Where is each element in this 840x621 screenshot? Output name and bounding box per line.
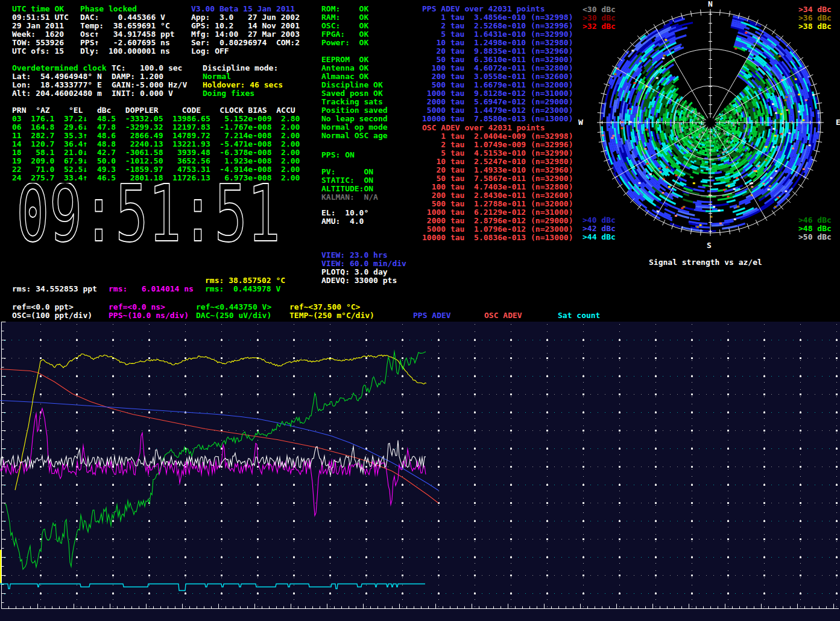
osc-adev-table-line: 1 tau 2.0404e-009 (n=32998) xyxy=(422,132,573,141)
system-status-line: Normal OSC age xyxy=(321,132,388,140)
osc-adev-table-line: 100 tau 4.7403e-011 (n=32800) xyxy=(422,183,573,191)
digital-clock-display: 09:51:51 xyxy=(15,183,283,245)
phase-status-line: Temp: 38.659691 °C xyxy=(80,22,175,30)
sat-table-line: 06 164.8 29.6↓ 47.8 -3299.32 12197.83 -1… xyxy=(12,123,300,132)
receiver-health-line: RAM: OK xyxy=(321,13,368,22)
osc-adev-table-line: 2 tau 1.0749e-009 (n=32996) xyxy=(422,141,573,149)
pps-adev-table-line: 2 tau 2.5268e-010 (n=32996) xyxy=(422,22,573,30)
ref-pps-line: PPS~(10.0 ns/div) xyxy=(109,311,189,320)
discipline-mode-line: Holdover: 46 secs xyxy=(203,81,283,89)
compass-w: W xyxy=(578,118,583,127)
view-settings-line: PLOTQ: 3.0 day xyxy=(321,268,406,276)
legend-osc-adev-line: OSC ADEV xyxy=(484,311,522,320)
rms-temp-line: rms: 38.857502 °C xyxy=(205,276,285,285)
phase-status-line: DAC: 0.445366 V xyxy=(80,13,175,22)
osc-adev-table-line: 10000 tau 5.0836e-013 (n=13000) xyxy=(422,234,573,242)
utc-status-line: UTC time OK xyxy=(12,5,69,13)
receiver-health-line: FPGA: OK xyxy=(321,30,368,39)
system-status-line: Position saved xyxy=(321,106,388,115)
position-info: Overdetermined clockLat: 54.4964948° NLo… xyxy=(12,64,107,98)
rms-dac: rms: 0.443978 V xyxy=(205,285,280,293)
pps-adev-table-line: 10000 tau 7.8580e-013 (n=13000) xyxy=(422,115,573,123)
system-status-line: Antenna OK xyxy=(321,64,388,72)
utc-status-line: 09:51:51 UTC xyxy=(12,13,69,22)
pps-adev-table-line: 10 tau 1.2498e-010 (n=32980) xyxy=(422,39,573,47)
utc-status: UTC time OK09:51:51 UTC29 Jan 2011Week: … xyxy=(12,5,69,56)
view-settings-line: VIEW: 60.0 min/div xyxy=(321,260,406,268)
osc-adev-table-line: 200 tau 2.8430e-011 (n=32600) xyxy=(422,191,573,200)
view-settings-line: ADEVQ: 33000 pts xyxy=(321,276,406,285)
ref-temp-line: ref~<37.500 °C> xyxy=(289,303,374,311)
pps-adev-table-line: 200 tau 3.0558e-011 (n=32600) xyxy=(422,72,573,81)
legend-pps-adev: PPS ADEV xyxy=(413,311,451,320)
ref-dac: ref~<0.443750 V>DAC~(250 uV/div) xyxy=(196,303,271,320)
digital-clock-text: 09:51:51 xyxy=(16,183,280,245)
sat-table-line: 03 176.1 37.2↓ 48.5 -3332.05 13986.65 5.… xyxy=(12,115,300,123)
el-amu-line: AMU: 4.0 xyxy=(321,217,368,226)
pps-adev-table-line: PPS ADEV over 42031 points xyxy=(422,5,573,13)
position-info-line: Overdetermined clock xyxy=(12,64,107,72)
mode-flags: PV: ONSTATIC: ONALTITUDE:ONKALMAN: N/A xyxy=(321,168,378,202)
legend-osc-adev: OSC ADEV xyxy=(484,311,522,320)
loop-params-line: TC: 100.0 sec xyxy=(112,64,187,72)
rms-pps-line: rms: 6.014014 ns xyxy=(109,285,194,293)
pps-adev-table-line: 5000 tau 1.4479e-012 (n=23000) xyxy=(422,106,573,115)
plot-history-chart[interactable] xyxy=(0,322,840,621)
pps-state: PPS: ON xyxy=(321,151,355,159)
loop-params-line: GAIN:-5.000 Hz/V xyxy=(112,81,187,89)
osc-adev-table-line: 50 tau 7.5867e-011 (n=32900) xyxy=(422,174,573,183)
view-settings-line: VIEW: 23.0 hrs xyxy=(321,251,406,260)
version-info: V3.00 Beta 15 Jan 2011App: 3.0 27 Jun 20… xyxy=(191,5,300,56)
utc-status-line: Week: 1620 xyxy=(12,30,69,39)
system-status: EEPROM OKAntenna OKAlmanac OKDiscipline … xyxy=(321,56,388,140)
system-status-line: No leap second xyxy=(321,115,388,123)
loop-params-line: DAMP: 1.200 xyxy=(112,72,187,81)
osc-adev-table-line: 2000 tau 2.8796e-012 (n=29000) xyxy=(422,217,573,225)
pps-adev-table-line: 5 tau 1.6431e-010 (n=32990) xyxy=(422,30,573,39)
satellite-signal-polar-map[interactable] xyxy=(590,2,840,252)
view-settings: VIEW: 23.0 hrsVIEW: 60.0 min/divPLOTQ: 3… xyxy=(321,251,406,285)
mode-flags-line: ALTITUDE:ON xyxy=(321,185,378,193)
utc-status-line: UTC ofs: 15 xyxy=(12,47,69,56)
osc-adev-table-line: 10 tau 2.5247e-010 (n=32980) xyxy=(422,158,573,166)
version-info-line: Log: OFF xyxy=(191,47,300,56)
phase-status-line: Osc↑ 34.917458 ppt xyxy=(80,30,175,39)
pps-adev-table-line: 50 tau 6.3610e-011 (n=32900) xyxy=(422,56,573,64)
loop-params-line: INIT: 0.000 V xyxy=(112,89,187,98)
pps-adev-table-line: 500 tau 1.6679e-011 (n=32000) xyxy=(422,81,573,89)
pps-adev-table-line: 2000 tau 5.6947e-012 (n=29000) xyxy=(422,98,573,106)
ref-dac-line: ref~<0.443750 V> xyxy=(196,303,271,311)
mode-flags-line: STATIC: ON xyxy=(321,176,378,185)
utc-status-line: 29 Jan 2011 xyxy=(12,22,69,30)
phase-status: Phase lockedDAC: 0.445366 VTemp: 38.6596… xyxy=(80,5,175,56)
receiver-health-line: OSC: OK xyxy=(321,22,368,30)
rms-osc-line: rms: 34.552853 ppt xyxy=(12,285,97,293)
system-status-line: Almanac OK xyxy=(321,72,388,81)
sat-table-line: PRN °AZ °EL dBc DOPPLER CODE CLOCK BIAS … xyxy=(12,106,300,115)
lady-heather-app: UTC time OK09:51:51 UTC29 Jan 2011Week: … xyxy=(0,0,840,621)
pps-adev-table-line: 100 tau 4.6072e-011 (n=32800) xyxy=(422,64,573,72)
position-info-line: Lon: 18.4333777° E xyxy=(12,81,107,89)
ref-osc-line: OSC=(100 ppt/div) xyxy=(12,311,92,320)
pps-adev-table-line: 20 tau 9.8835e-011 (n=32960) xyxy=(422,47,573,56)
discipline-mode-line: Doing fixes xyxy=(203,89,283,98)
osc-adev-table-line: 20 tau 1.4933e-010 (n=32960) xyxy=(422,166,573,174)
pps-state-line: PPS: ON xyxy=(321,151,355,159)
ref-dac-line: DAC~(250 uV/div) xyxy=(196,311,271,320)
sat-table: PRN °AZ °EL dBc DOPPLER CODE CLOCK BIAS … xyxy=(12,106,300,182)
osc-adev-table-line: 5000 tau 1.0796e-012 (n=23000) xyxy=(422,225,573,234)
osc-adev-table-line: 5 tau 4.5153e-010 (n=32990) xyxy=(422,149,573,158)
discipline-mode-line: Normal xyxy=(203,72,283,81)
position-info-line: Alt: 204.46002480 m xyxy=(12,89,107,98)
pps-adev-table-line: 1 tau 3.4856e-010 (n=32998) xyxy=(422,13,573,22)
system-status-line: Normal op mode xyxy=(321,123,388,132)
rms-temp: rms: 38.857502 °C xyxy=(205,276,285,285)
utc-status-line: TOW: 553926 xyxy=(12,39,69,47)
receiver-health-line: Power: OK xyxy=(321,39,368,47)
legend-pps-adev-line: PPS ADEV xyxy=(413,311,451,320)
osc-adev-table-line: OSC ADEV over 42031 points xyxy=(422,124,573,132)
ref-pps-line: ref=<0.0 ns> xyxy=(109,303,189,311)
discipline-mode-line: Discipline mode: xyxy=(203,64,283,72)
system-status-line: Tracking sats xyxy=(321,98,388,106)
position-info-line: Lat: 54.4964948° N xyxy=(12,72,107,81)
